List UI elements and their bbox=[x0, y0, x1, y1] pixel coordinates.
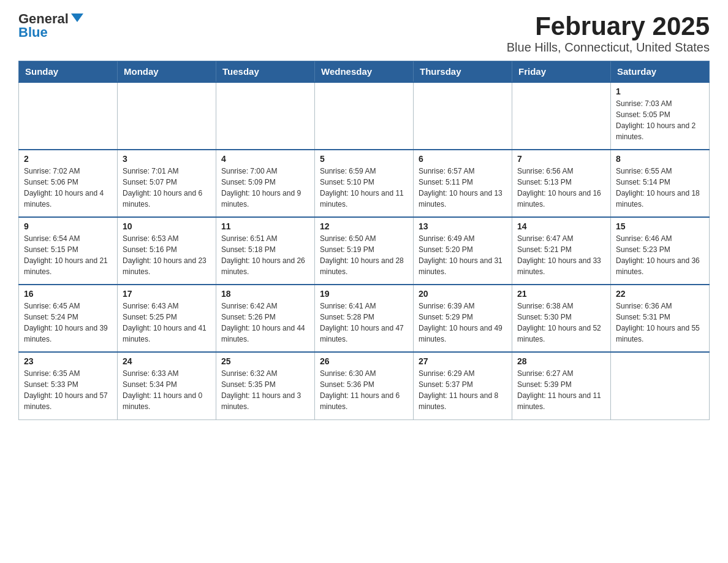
day-number: 16 bbox=[24, 289, 112, 299]
day-info-text: Sunset: 5:20 PM bbox=[419, 244, 507, 255]
day-info-text: Sunset: 5:28 PM bbox=[320, 312, 408, 323]
calendar-cell: 18Sunrise: 6:42 AMSunset: 5:26 PMDayligh… bbox=[216, 285, 315, 352]
day-number: 3 bbox=[123, 154, 211, 164]
day-number: 23 bbox=[24, 356, 112, 366]
day-info-text: Sunrise: 7:03 AM bbox=[616, 98, 704, 109]
day-info-text: Daylight: 10 hours and 44 minutes. bbox=[221, 323, 309, 345]
day-number: 12 bbox=[320, 221, 408, 231]
calendar-cell bbox=[315, 82, 414, 150]
calendar-cell: 15Sunrise: 6:46 AMSunset: 5:23 PMDayligh… bbox=[611, 217, 710, 285]
day-info-text: Sunset: 5:37 PM bbox=[419, 379, 507, 390]
day-info-text: Sunset: 5:10 PM bbox=[320, 177, 408, 188]
day-info-text: Sunrise: 6:47 AM bbox=[517, 233, 605, 244]
day-info-text: Daylight: 11 hours and 8 minutes. bbox=[419, 390, 507, 412]
day-info-text: Daylight: 10 hours and 26 minutes. bbox=[221, 255, 309, 277]
day-number: 28 bbox=[517, 356, 605, 366]
day-number: 9 bbox=[24, 221, 112, 231]
calendar-cell: 12Sunrise: 6:50 AMSunset: 5:19 PMDayligh… bbox=[315, 217, 414, 285]
day-info-text: Sunrise: 6:50 AM bbox=[320, 233, 408, 244]
day-info-text: Daylight: 10 hours and 52 minutes. bbox=[517, 323, 605, 345]
day-info-text: Sunset: 5:34 PM bbox=[123, 379, 211, 390]
day-info-text: Sunset: 5:31 PM bbox=[616, 312, 704, 323]
day-info-text: Daylight: 10 hours and 36 minutes. bbox=[616, 255, 704, 277]
day-info-text: Daylight: 10 hours and 9 minutes. bbox=[221, 188, 309, 210]
calendar-table: Sunday Monday Tuesday Wednesday Thursday… bbox=[18, 61, 710, 420]
day-info-text: Daylight: 11 hours and 11 minutes. bbox=[517, 390, 605, 412]
day-info-text: Sunrise: 6:30 AM bbox=[320, 368, 408, 379]
day-info-text: Sunrise: 6:46 AM bbox=[616, 233, 704, 244]
calendar-cell: 28Sunrise: 6:27 AMSunset: 5:39 PMDayligh… bbox=[512, 352, 611, 419]
calendar-header-row: Sunday Monday Tuesday Wednesday Thursday… bbox=[19, 61, 710, 83]
day-info-text: Sunset: 5:29 PM bbox=[419, 312, 507, 323]
calendar-cell: 24Sunrise: 6:33 AMSunset: 5:34 PMDayligh… bbox=[118, 352, 216, 419]
logo-blue-text: Blue bbox=[18, 26, 48, 39]
calendar-cell: 17Sunrise: 6:43 AMSunset: 5:25 PMDayligh… bbox=[118, 285, 216, 352]
day-info-text: Daylight: 10 hours and 47 minutes. bbox=[320, 323, 408, 345]
logo-general-text: General bbox=[18, 12, 69, 26]
day-info-text: Sunrise: 6:27 AM bbox=[517, 368, 605, 379]
calendar-cell bbox=[512, 82, 611, 150]
calendar-cell: 2Sunrise: 7:02 AMSunset: 5:06 PMDaylight… bbox=[19, 150, 118, 217]
calendar-cell bbox=[19, 82, 118, 150]
day-info-text: Sunset: 5:35 PM bbox=[221, 379, 309, 390]
day-number: 2 bbox=[24, 154, 112, 164]
day-info-text: Sunrise: 6:33 AM bbox=[123, 368, 211, 379]
day-info-text: Sunset: 5:30 PM bbox=[517, 312, 605, 323]
day-info-text: Daylight: 10 hours and 31 minutes. bbox=[419, 255, 507, 277]
day-number: 13 bbox=[419, 221, 507, 231]
calendar-cell: 23Sunrise: 6:35 AMSunset: 5:33 PMDayligh… bbox=[19, 352, 118, 419]
calendar-cell: 26Sunrise: 6:30 AMSunset: 5:36 PMDayligh… bbox=[315, 352, 414, 419]
day-info-text: Daylight: 10 hours and 21 minutes. bbox=[24, 255, 112, 277]
day-info-text: Sunrise: 6:59 AM bbox=[320, 166, 408, 177]
calendar-cell bbox=[611, 352, 710, 419]
day-number: 14 bbox=[517, 221, 605, 231]
day-info-text: Sunrise: 6:57 AM bbox=[419, 166, 507, 177]
calendar-cell: 16Sunrise: 6:45 AMSunset: 5:24 PMDayligh… bbox=[19, 285, 118, 352]
calendar-cell: 13Sunrise: 6:49 AMSunset: 5:20 PMDayligh… bbox=[414, 217, 512, 285]
day-info-text: Sunrise: 6:53 AM bbox=[123, 233, 211, 244]
day-info-text: Sunset: 5:18 PM bbox=[221, 244, 309, 255]
col-wednesday: Wednesday bbox=[315, 61, 414, 83]
day-info-text: Daylight: 10 hours and 13 minutes. bbox=[419, 188, 507, 210]
calendar-cell: 8Sunrise: 6:55 AMSunset: 5:14 PMDaylight… bbox=[611, 150, 710, 217]
day-number: 10 bbox=[123, 221, 211, 231]
day-number: 5 bbox=[320, 154, 408, 164]
day-info-text: Daylight: 11 hours and 3 minutes. bbox=[221, 390, 309, 412]
day-info-text: Sunset: 5:06 PM bbox=[24, 177, 112, 188]
day-info-text: Sunrise: 6:42 AM bbox=[221, 301, 309, 312]
calendar-cell: 1Sunrise: 7:03 AMSunset: 5:05 PMDaylight… bbox=[611, 82, 710, 150]
day-info-text: Daylight: 10 hours and 39 minutes. bbox=[24, 323, 112, 345]
day-info-text: Sunset: 5:11 PM bbox=[419, 177, 507, 188]
day-info-text: Sunrise: 6:32 AM bbox=[221, 368, 309, 379]
calendar-cell: 4Sunrise: 7:00 AMSunset: 5:09 PMDaylight… bbox=[216, 150, 315, 217]
day-info-text: Sunset: 5:19 PM bbox=[320, 244, 408, 255]
page-subtitle: Blue Hills, Connecticut, United States bbox=[507, 40, 710, 55]
col-monday: Monday bbox=[118, 61, 216, 83]
calendar-week-row-1: 1Sunrise: 7:03 AMSunset: 5:05 PMDaylight… bbox=[19, 82, 710, 150]
day-info-text: Sunset: 5:21 PM bbox=[517, 244, 605, 255]
calendar-cell: 22Sunrise: 6:36 AMSunset: 5:31 PMDayligh… bbox=[611, 285, 710, 352]
day-number: 11 bbox=[221, 221, 309, 231]
day-number: 21 bbox=[517, 289, 605, 299]
day-info-text: Sunset: 5:25 PM bbox=[123, 312, 211, 323]
day-info-text: Sunrise: 6:38 AM bbox=[517, 301, 605, 312]
col-tuesday: Tuesday bbox=[216, 61, 315, 83]
day-number: 15 bbox=[616, 221, 704, 231]
day-info-text: Sunset: 5:24 PM bbox=[24, 312, 112, 323]
day-info-text: Daylight: 10 hours and 11 minutes. bbox=[320, 188, 408, 210]
day-number: 18 bbox=[221, 289, 309, 299]
day-info-text: Sunset: 5:14 PM bbox=[616, 177, 704, 188]
day-number: 1 bbox=[616, 86, 704, 96]
day-info-text: Sunset: 5:09 PM bbox=[221, 177, 309, 188]
day-info-text: Sunset: 5:36 PM bbox=[320, 379, 408, 390]
day-info-text: Sunset: 5:15 PM bbox=[24, 244, 112, 255]
day-info-text: Daylight: 10 hours and 6 minutes. bbox=[123, 188, 211, 210]
day-info-text: Daylight: 10 hours and 49 minutes. bbox=[419, 323, 507, 345]
day-info-text: Daylight: 10 hours and 2 minutes. bbox=[616, 120, 704, 142]
title-block: February 2025 Blue Hills, Connecticut, U… bbox=[507, 12, 710, 55]
col-thursday: Thursday bbox=[414, 61, 512, 83]
calendar-week-row-5: 23Sunrise: 6:35 AMSunset: 5:33 PMDayligh… bbox=[19, 352, 710, 419]
day-info-text: Sunrise: 6:56 AM bbox=[517, 166, 605, 177]
col-saturday: Saturday bbox=[611, 61, 710, 83]
day-info-text: Sunrise: 7:01 AM bbox=[123, 166, 211, 177]
